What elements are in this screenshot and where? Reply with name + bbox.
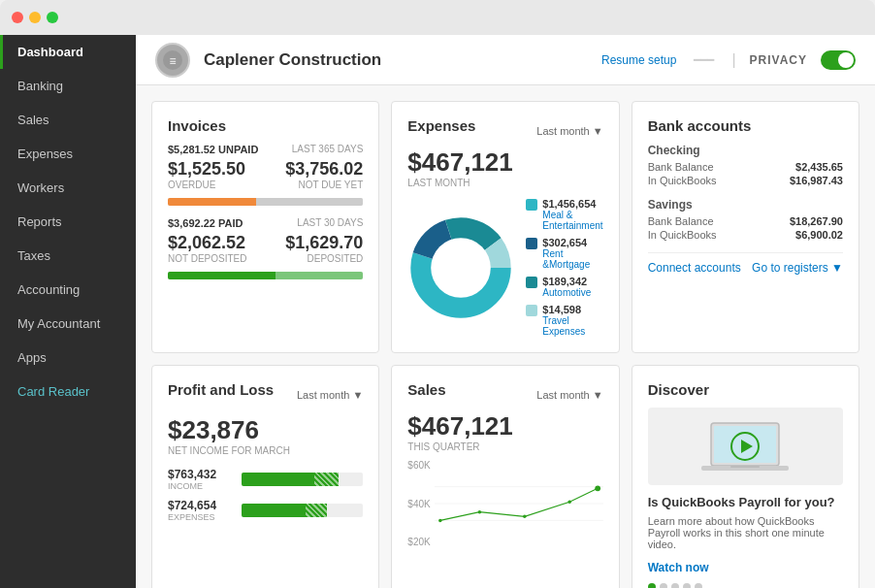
resume-setup-link[interactable]: Resume setup: [601, 53, 676, 67]
pnl-expense-track: [242, 504, 363, 517]
bank-savings-qb-label: In QuickBooks: [648, 229, 717, 241]
donut-svg: [407, 214, 514, 321]
fullscreen-dot[interactable]: [47, 12, 58, 23]
invoices-not-due-label: NOT DUE YET: [285, 180, 363, 190]
expenses-amount: $467,121: [407, 147, 602, 178]
invoices-paid-amount: $3,692.22 PAID: [168, 217, 243, 229]
dot-2[interactable]: [671, 583, 679, 588]
discover-description: Learn more about how QuickBooks Payroll …: [648, 515, 843, 550]
invoices-overdue-block: $1,525.50 OVERDUE: [168, 159, 245, 190]
legend-label-2: Automotive: [542, 287, 591, 298]
legend-color-2: [526, 277, 537, 288]
bank-checking-section: Checking Bank Balance $2,435.65 In Quick…: [648, 144, 843, 186]
expenses-header: Expenses Last month ▼: [407, 117, 602, 144]
sidebar-item-apps[interactable]: Apps: [0, 341, 136, 375]
go-to-registers-link[interactable]: Go to registers ▼: [752, 261, 843, 275]
discover-card: Discover Is QuickBooks Payro: [632, 365, 859, 588]
svg-point-11: [477, 510, 480, 513]
bank-checking-balance-amount: $2,435.65: [795, 161, 843, 173]
legend-text-2: $189,342 Automotive: [542, 276, 591, 298]
pnl-income-fill: [242, 473, 339, 486]
bank-accounts-card: Bank accounts Checking Bank Balance $2,4…: [632, 101, 859, 353]
dot-1[interactable]: [660, 583, 667, 588]
sidebar-item-accounting[interactable]: Accounting: [0, 273, 136, 307]
svg-point-13: [567, 501, 570, 504]
bank-savings-qb-amount: $6,900.02: [795, 229, 843, 241]
legend-text-1: $302,654 Rent &Mortgage: [542, 237, 602, 270]
window-chrome: [0, 0, 875, 35]
registers-link-text: Go to registers: [752, 261, 828, 275]
dot-3[interactable]: [683, 583, 691, 588]
dot-0[interactable]: [648, 583, 656, 588]
sales-period-btn[interactable]: Last month ▼: [536, 389, 602, 401]
bank-checking-balance-label: Bank Balance: [648, 161, 714, 173]
company-avatar: ≡: [155, 43, 190, 78]
dot-4[interactable]: [695, 583, 702, 588]
invoices-not-deposited-label: NOT DEPOSITED: [168, 253, 247, 264]
sales-chart-labels: $60K $40K $20K: [407, 460, 430, 551]
legend-amount-0: $1,456,654: [542, 198, 602, 210]
pnl-net-label: NET INCOME FOR MARCH: [168, 445, 363, 456]
sidebar-item-workers[interactable]: Workers: [0, 171, 136, 205]
pnl-income-type: INCOME: [168, 481, 234, 491]
sidebar-item-reports[interactable]: Reports: [0, 205, 136, 239]
legend-label-0: Meal & Entertainment: [542, 210, 602, 231]
invoices-deposited-label: DEPOSITED: [285, 253, 363, 264]
discover-question: Is QuickBooks Payroll for you?: [648, 495, 843, 509]
expenses-sublabel: LAST MONTH: [407, 178, 602, 188]
toggle-knob: [838, 52, 854, 68]
sales-line-chart: [435, 460, 603, 547]
expenses-period-btn[interactable]: Last month ▼: [536, 125, 602, 137]
sidebar-item-banking[interactable]: Banking: [0, 69, 136, 103]
svg-rect-18: [730, 466, 760, 468]
app: Dashboard Banking Sales Expenses Workers…: [0, 35, 875, 588]
pnl-income-label-block: $763,432 INCOME: [168, 468, 234, 491]
sidebar-item-expenses[interactable]: Expenses: [0, 137, 136, 171]
invoices-deposited-amount: $1,629.70: [285, 233, 363, 253]
pnl-income-val: $763,432: [168, 468, 234, 481]
bank-savings-title: Savings: [648, 198, 843, 212]
svg-point-10: [438, 519, 441, 522]
minimize-dot[interactable]: [29, 12, 41, 23]
sales-amount: $467,121: [407, 411, 602, 441]
play-triangle-icon: [741, 440, 753, 453]
invoices-deposited-block: $1,629.70 DEPOSITED: [285, 233, 363, 264]
legend-text-0: $1,456,654 Meal & Entertainment: [542, 198, 602, 231]
expenses-title: Expenses: [407, 117, 475, 134]
connect-accounts-link[interactable]: Connect accounts: [648, 261, 741, 275]
invoices-paid-progress: [168, 272, 363, 279]
watch-now-link[interactable]: Watch now: [648, 561, 709, 574]
close-dot[interactable]: [12, 12, 23, 23]
invoices-unpaid-row: $5,281.52 UNPAID LAST 365 DAYS: [168, 144, 363, 155]
legend-label-1: Rent &Mortgage: [542, 248, 602, 270]
invoices-title: Invoices: [168, 117, 363, 134]
profit-loss-card: Profit and Loss Last month ▼ $23,876 NET…: [151, 365, 379, 588]
svg-point-12: [523, 515, 526, 518]
legend-color-1: [526, 238, 537, 249]
invoices-card: Invoices $5,281.52 UNPAID LAST 365 DAYS …: [151, 101, 379, 353]
pnl-expense-val: $724,654: [168, 499, 234, 512]
sales-card: Sales Last month ▼ $467,121 THIS QUARTER…: [391, 365, 619, 588]
invoices-last-days: LAST 365 DAYS: [292, 144, 364, 155]
main-content: ≡ Caplener Construction Resume setup ━━━…: [136, 35, 875, 588]
sales-chart-wrapper: $60K $40K $20K: [407, 460, 602, 551]
sidebar-item-my-accountant[interactable]: My Accountant: [0, 307, 136, 341]
sales-header: Sales Last month ▼: [407, 381, 602, 408]
legend-amount-2: $189,342: [542, 276, 591, 287]
sidebar-item-card-reader[interactable]: Card Reader: [0, 375, 136, 408]
legend-label-3: Travel Expenses: [542, 315, 602, 337]
sidebar-item-taxes[interactable]: Taxes: [0, 239, 136, 273]
progress-deposited: [275, 272, 364, 279]
video-thumbnail[interactable]: [648, 408, 843, 485]
sidebar-item-dashboard[interactable]: Dashboard: [0, 35, 136, 69]
legend-color-0: [526, 199, 537, 211]
privacy-toggle[interactable]: [821, 50, 856, 70]
invoices-overdue-label: OVERDUE: [168, 180, 245, 190]
dashboard-content: Invoices $5,281.52 UNPAID LAST 365 DAYS …: [136, 85, 875, 588]
sidebar-item-sales[interactable]: Sales: [0, 103, 136, 137]
discover-title: Discover: [648, 381, 843, 398]
donut-chart: [407, 214, 514, 321]
bank-accounts-title: Bank accounts: [648, 117, 843, 134]
bank-savings-balance-amount: $18,267.90: [790, 215, 843, 227]
pnl-period-btn[interactable]: Last month ▼: [297, 389, 363, 401]
